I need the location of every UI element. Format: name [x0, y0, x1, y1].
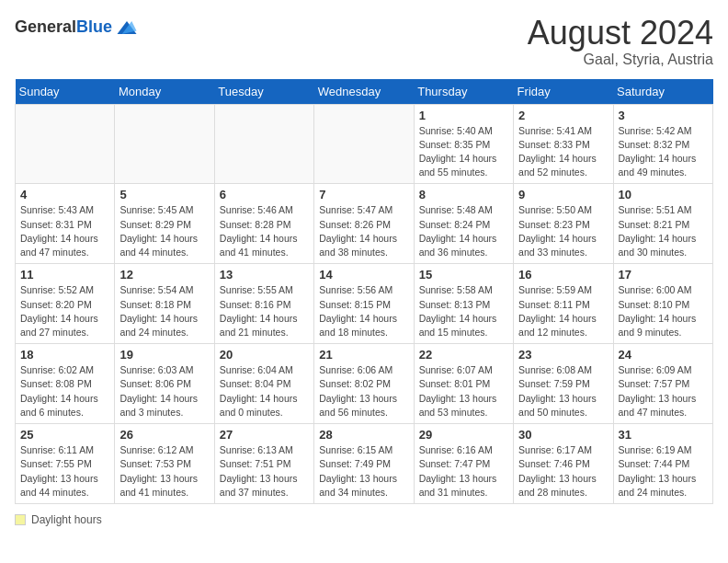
day-number: 29 [419, 428, 508, 442]
calendar-day-cell: 19Sunrise: 6:03 AM Sunset: 8:06 PM Dayli… [115, 344, 214, 424]
day-info: Sunrise: 5:45 AM Sunset: 8:29 PM Dayligh… [119, 203, 209, 259]
day-number: 19 [119, 348, 209, 362]
calendar-day-cell: 16Sunrise: 5:59 AM Sunset: 8:11 PM Dayli… [514, 264, 613, 344]
calendar-day-cell: 18Sunrise: 6:02 AM Sunset: 8:08 PM Dayli… [16, 344, 115, 424]
day-info: Sunrise: 5:56 AM Sunset: 8:15 PM Dayligh… [319, 283, 408, 339]
title-block: August 2024 Gaal, Styria, Austria [528, 15, 713, 68]
footer: Daylight hours [15, 513, 713, 526]
day-number: 13 [220, 268, 309, 282]
day-number: 9 [518, 188, 608, 201]
day-number: 7 [319, 188, 408, 201]
day-number: 6 [220, 188, 309, 201]
day-info: Sunrise: 6:02 AM Sunset: 8:08 PM Dayligh… [20, 363, 109, 419]
day-number: 22 [419, 348, 508, 362]
day-of-week-header: Wednesday [314, 79, 414, 105]
day-number: 31 [619, 428, 708, 442]
logo-blue-text: Blue [76, 17, 112, 36]
day-info: Sunrise: 5:40 AM Sunset: 8:35 PM Dayligh… [419, 124, 508, 180]
day-info: Sunrise: 6:07 AM Sunset: 8:01 PM Dayligh… [419, 363, 508, 419]
day-number: 23 [518, 348, 608, 362]
day-info: Sunrise: 6:11 AM Sunset: 7:55 PM Dayligh… [20, 443, 109, 500]
day-info: Sunrise: 5:52 AM Sunset: 8:20 PM Dayligh… [20, 283, 109, 339]
calendar-week-row: 25Sunrise: 6:11 AM Sunset: 7:55 PM Dayli… [16, 424, 713, 504]
calendar-header-row: SundayMondayTuesdayWednesdayThursdayFrid… [16, 79, 713, 105]
day-number: 15 [419, 268, 508, 282]
month-title: August 2024 [528, 15, 713, 52]
day-of-week-header: Sunday [16, 79, 115, 105]
calendar-day-cell: 28Sunrise: 6:15 AM Sunset: 7:49 PM Dayli… [314, 424, 414, 504]
day-info: Sunrise: 5:47 AM Sunset: 8:26 PM Dayligh… [319, 203, 408, 259]
day-info: Sunrise: 6:17 AM Sunset: 7:46 PM Dayligh… [518, 443, 608, 500]
day-info: Sunrise: 6:08 AM Sunset: 7:59 PM Dayligh… [518, 363, 608, 419]
day-info: Sunrise: 5:54 AM Sunset: 8:18 PM Dayligh… [119, 283, 209, 339]
day-number: 11 [20, 268, 109, 282]
logo-general-text: General [15, 17, 76, 36]
day-number: 16 [518, 268, 608, 282]
header: GeneralBlue August 2024 Gaal, Styria, Au… [15, 15, 713, 68]
day-number: 25 [20, 428, 109, 442]
calendar-day-cell: 10Sunrise: 5:51 AM Sunset: 8:21 PM Dayli… [613, 184, 712, 264]
calendar-day-cell: 23Sunrise: 6:08 AM Sunset: 7:59 PM Dayli… [514, 344, 613, 424]
day-info: Sunrise: 5:51 AM Sunset: 8:21 PM Dayligh… [619, 203, 708, 259]
calendar-day-cell: 12Sunrise: 5:54 AM Sunset: 8:18 PM Dayli… [115, 264, 214, 344]
calendar-day-cell: 15Sunrise: 5:58 AM Sunset: 8:13 PM Dayli… [414, 264, 513, 344]
calendar-day-cell: 3Sunrise: 5:42 AM Sunset: 8:32 PM Daylig… [613, 104, 712, 184]
day-info: Sunrise: 5:43 AM Sunset: 8:31 PM Dayligh… [20, 203, 109, 259]
calendar-day-cell [115, 104, 214, 184]
calendar-day-cell: 17Sunrise: 6:00 AM Sunset: 8:10 PM Dayli… [613, 264, 712, 344]
day-number: 3 [619, 109, 708, 122]
day-info: Sunrise: 5:46 AM Sunset: 8:28 PM Dayligh… [220, 203, 309, 259]
day-info: Sunrise: 6:15 AM Sunset: 7:49 PM Dayligh… [319, 443, 408, 500]
calendar-day-cell: 27Sunrise: 6:13 AM Sunset: 7:51 PM Dayli… [214, 424, 313, 504]
day-number: 17 [619, 268, 708, 282]
calendar-day-cell: 31Sunrise: 6:19 AM Sunset: 7:44 PM Dayli… [613, 424, 712, 504]
day-number: 12 [119, 268, 209, 282]
calendar-week-row: 18Sunrise: 6:02 AM Sunset: 8:08 PM Dayli… [16, 344, 713, 424]
day-info: Sunrise: 5:50 AM Sunset: 8:23 PM Dayligh… [518, 203, 608, 259]
calendar-week-row: 4Sunrise: 5:43 AM Sunset: 8:31 PM Daylig… [16, 184, 713, 264]
day-info: Sunrise: 5:42 AM Sunset: 8:32 PM Dayligh… [619, 124, 708, 180]
day-info: Sunrise: 6:09 AM Sunset: 7:57 PM Dayligh… [619, 363, 708, 419]
day-info: Sunrise: 5:59 AM Sunset: 8:11 PM Dayligh… [518, 283, 608, 339]
calendar-week-row: 11Sunrise: 5:52 AM Sunset: 8:20 PM Dayli… [16, 264, 713, 344]
calendar-day-cell: 30Sunrise: 6:17 AM Sunset: 7:46 PM Dayli… [514, 424, 613, 504]
day-of-week-header: Monday [115, 79, 214, 105]
day-of-week-header: Tuesday [214, 79, 313, 105]
calendar-day-cell: 22Sunrise: 6:07 AM Sunset: 8:01 PM Dayli… [414, 344, 513, 424]
day-info: Sunrise: 5:41 AM Sunset: 8:33 PM Dayligh… [518, 124, 608, 180]
day-number: 4 [20, 188, 109, 201]
day-info: Sunrise: 6:12 AM Sunset: 7:53 PM Dayligh… [119, 443, 209, 500]
calendar-day-cell: 25Sunrise: 6:11 AM Sunset: 7:55 PM Dayli… [16, 424, 115, 504]
daylight-label: Daylight hours [31, 513, 102, 526]
calendar-day-cell [314, 104, 414, 184]
day-number: 1 [419, 109, 508, 122]
calendar-day-cell: 29Sunrise: 6:16 AM Sunset: 7:47 PM Dayli… [414, 424, 513, 504]
day-of-week-header: Thursday [414, 79, 513, 105]
day-number: 28 [319, 428, 408, 442]
calendar-table: SundayMondayTuesdayWednesdayThursdayFrid… [15, 79, 713, 504]
day-number: 26 [119, 428, 209, 442]
day-number: 18 [20, 348, 109, 362]
calendar-day-cell: 1Sunrise: 5:40 AM Sunset: 8:35 PM Daylig… [414, 104, 513, 184]
day-info: Sunrise: 5:55 AM Sunset: 8:16 PM Dayligh… [220, 283, 309, 339]
location-title: Gaal, Styria, Austria [528, 52, 713, 68]
logo: GeneralBlue [15, 15, 140, 40]
calendar-day-cell: 11Sunrise: 5:52 AM Sunset: 8:20 PM Dayli… [16, 264, 115, 344]
day-info: Sunrise: 6:13 AM Sunset: 7:51 PM Dayligh… [220, 443, 309, 500]
day-number: 8 [419, 188, 508, 201]
calendar-day-cell: 26Sunrise: 6:12 AM Sunset: 7:53 PM Dayli… [115, 424, 214, 504]
calendar-day-cell: 14Sunrise: 5:56 AM Sunset: 8:15 PM Dayli… [314, 264, 414, 344]
day-info: Sunrise: 6:00 AM Sunset: 8:10 PM Dayligh… [619, 283, 708, 339]
calendar-week-row: 1Sunrise: 5:40 AM Sunset: 8:35 PM Daylig… [16, 104, 713, 184]
calendar-day-cell: 20Sunrise: 6:04 AM Sunset: 8:04 PM Dayli… [214, 344, 313, 424]
day-of-week-header: Friday [514, 79, 613, 105]
calendar-day-cell: 5Sunrise: 5:45 AM Sunset: 8:29 PM Daylig… [115, 184, 214, 264]
calendar-day-cell [214, 104, 313, 184]
calendar-day-cell [16, 104, 115, 184]
day-number: 30 [518, 428, 608, 442]
calendar-day-cell: 7Sunrise: 5:47 AM Sunset: 8:26 PM Daylig… [314, 184, 414, 264]
day-number: 2 [518, 109, 608, 122]
calendar-day-cell: 13Sunrise: 5:55 AM Sunset: 8:16 PM Dayli… [214, 264, 313, 344]
day-info: Sunrise: 5:58 AM Sunset: 8:13 PM Dayligh… [419, 283, 508, 339]
calendar-day-cell: 8Sunrise: 5:48 AM Sunset: 8:24 PM Daylig… [414, 184, 513, 264]
